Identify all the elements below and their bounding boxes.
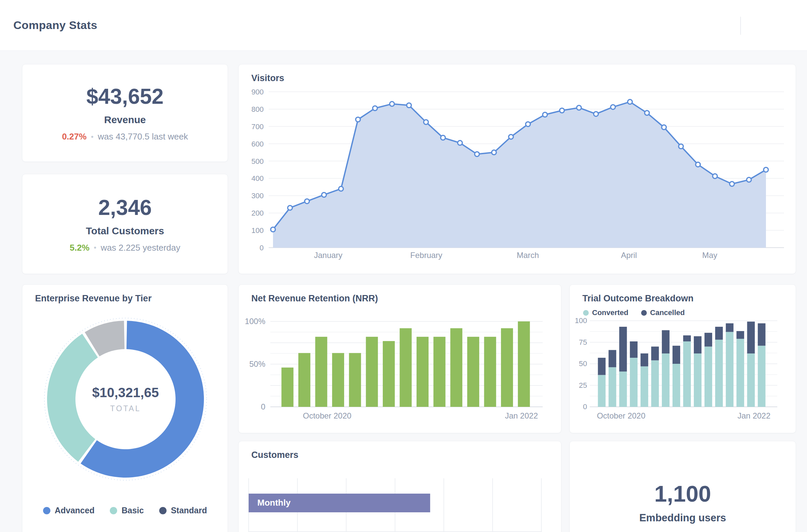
trial-stacked-bar-chart[interactable]: 1007550250October 2020Jan 2022 (570, 285, 796, 433)
donut-total-caption: TOTAL (92, 404, 159, 413)
basic-dot-icon (110, 507, 117, 514)
legend-label: Cancelled (650, 308, 685, 317)
header: Company Stats (0, 0, 807, 51)
converted-dot-icon (583, 310, 589, 316)
legend-item-converted[interactable]: Converted (583, 308, 629, 317)
left-column: $43,652 Revenue 0.27% • was 43,770.5 las… (22, 64, 228, 532)
total-customers-kpi-card: 2,346 Total Customers 5.2% • was 2.225 y… (22, 174, 228, 274)
svg-text:Jan 2022: Jan 2022 (737, 411, 771, 420)
svg-text:50%: 50% (249, 359, 265, 368)
standard-dot-icon (159, 507, 167, 514)
dashboard-row-2: Net Revenue Retention (NRR) 100%50%0Octo… (238, 284, 796, 433)
trial-outcome-title: Trial Outcome Breakdown (570, 285, 796, 304)
header-divider (740, 17, 741, 35)
svg-text:April: April (621, 251, 637, 260)
svg-text:February: February (410, 251, 442, 260)
svg-text:500: 500 (251, 157, 264, 166)
total-customers-value: 2,346 (98, 195, 152, 220)
donut-center: $10,321,65 TOTAL (92, 385, 159, 413)
embedding-users-value: 1,100 (654, 481, 711, 507)
svg-text:200: 200 (251, 209, 264, 217)
donut-legend: Advanced Basic Standard (22, 506, 228, 515)
svg-text:75: 75 (579, 338, 587, 346)
trial-legend: Converted Cancelled (570, 308, 796, 317)
donut-total-value: $10,321,65 (92, 385, 159, 400)
visitors-title: Visitors (238, 64, 796, 83)
svg-text:0: 0 (260, 244, 264, 252)
customers-title: Customers (238, 441, 561, 460)
svg-text:100: 100 (575, 317, 587, 325)
dashboard-content: $43,652 Revenue 0.27% • was 43,770.5 las… (0, 51, 807, 532)
total-customers-substat: 5.2% • was 2.225 yesterday (70, 243, 180, 253)
svg-text:300: 300 (251, 192, 264, 200)
advanced-dot-icon (43, 507, 51, 514)
revenue-kpi-card: $43,652 Revenue 0.27% • was 43,770.5 las… (22, 64, 228, 162)
revenue-by-tier-title: Enterprise Revenue by Tier (22, 285, 228, 304)
legend-label: Standard (171, 506, 207, 515)
svg-text:January: January (314, 251, 342, 260)
page-title: Company Stats (13, 19, 97, 32)
nrr-card: Net Revenue Retention (NRR) 100%50%0Octo… (238, 284, 561, 433)
customers-card: Customers Monthly (238, 441, 561, 532)
total-customers-label: Total Customers (86, 225, 164, 236)
bullet-separator: • (91, 133, 93, 141)
legend-item-advanced[interactable]: Advanced (43, 506, 94, 515)
legend-item-standard[interactable]: Standard (159, 506, 207, 515)
cancelled-dot-icon (641, 310, 647, 316)
main-column: Visitors 0100200300400500600700800900Jan… (238, 64, 796, 532)
revenue-label: Revenue (104, 114, 146, 126)
total-customers-delta: 5.2% (70, 243, 90, 253)
svg-text:900: 900 (251, 88, 264, 96)
svg-text:May: May (702, 251, 717, 260)
nrr-bar-chart[interactable]: 100%50%0October 2020Jan 2022 (238, 285, 561, 433)
trial-outcome-card: Trial Outcome Breakdown Converted Cancel… (569, 284, 796, 433)
svg-text:October 2020: October 2020 (597, 411, 645, 420)
bullet-separator: • (94, 243, 96, 252)
revenue-note: was 43,770.5 last week (98, 132, 188, 142)
svg-text:Jan 2022: Jan 2022 (505, 411, 538, 420)
revenue-delta: 0.27% (62, 132, 87, 142)
embedding-users-card: 1,100 Embedding users (569, 441, 796, 532)
legend-label: Converted (592, 308, 629, 317)
svg-text:25: 25 (579, 381, 587, 390)
svg-text:March: March (517, 251, 539, 260)
revenue-by-tier-card: Enterprise Revenue by Tier $10,321,65 TO… (22, 284, 228, 532)
embedding-users-label: Embedding users (639, 512, 726, 524)
visitors-area-chart[interactable]: 0100200300400500600700800900JanuaryFebru… (238, 64, 796, 274)
revenue-value: $43,652 (87, 84, 164, 109)
nrr-title: Net Revenue Retention (NRR) (238, 285, 561, 304)
svg-text:800: 800 (251, 105, 264, 113)
svg-text:100: 100 (251, 226, 264, 235)
dashboard-row-3: Customers Monthly 1,100 Embedding users (238, 441, 796, 532)
svg-text:600: 600 (251, 140, 264, 148)
svg-text:50: 50 (579, 359, 587, 368)
svg-text:0: 0 (261, 402, 265, 411)
legend-item-cancelled[interactable]: Cancelled (641, 308, 685, 317)
revenue-substat: 0.27% • was 43,770.5 last week (62, 132, 188, 142)
svg-text:400: 400 (251, 174, 264, 183)
svg-text:October 2020: October 2020 (303, 411, 351, 420)
svg-text:Monthly: Monthly (257, 498, 291, 508)
svg-text:700: 700 (251, 122, 264, 131)
svg-text:0: 0 (583, 402, 587, 411)
legend-label: Advanced (55, 506, 94, 515)
visitors-card: Visitors 0100200300400500600700800900Jan… (238, 64, 796, 274)
svg-text:100%: 100% (245, 317, 265, 326)
total-customers-note: was 2.225 yesterday (101, 243, 180, 253)
legend-item-basic[interactable]: Basic (110, 506, 144, 515)
legend-label: Basic (121, 506, 144, 515)
